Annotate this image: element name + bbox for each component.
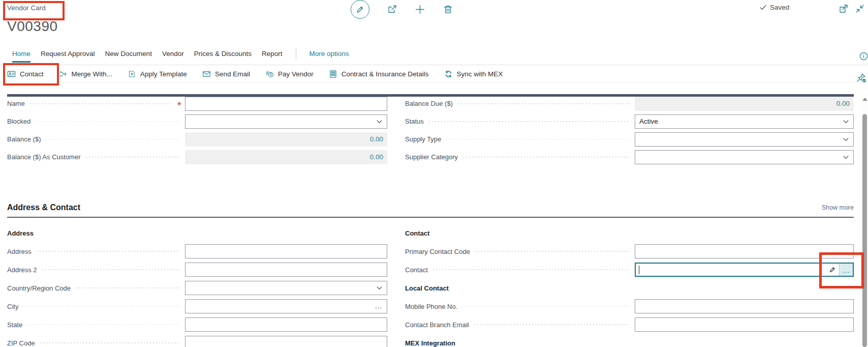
dotted-leader xyxy=(475,251,630,252)
field-label: Address xyxy=(7,248,36,255)
contact-branch-email-field[interactable] xyxy=(635,317,854,332)
toolbar-button-label: Sync with MEX xyxy=(457,70,503,78)
tab-prices-discounts[interactable]: Prices & Discounts xyxy=(194,49,252,59)
field-label: Contact Branch Email xyxy=(405,321,473,329)
toolbar-button-label: Merge With... xyxy=(72,70,112,78)
pay-vendor-icon: $ xyxy=(265,70,274,78)
supplier-category-field[interactable] xyxy=(635,150,854,164)
edit-pencil-icon[interactable] xyxy=(351,0,369,19)
field-row-blocked: Blocked xyxy=(7,112,387,130)
top-action-bar xyxy=(351,0,453,18)
toolbar-button-apply-template[interactable]: Apply Template xyxy=(128,70,187,78)
toolbar-button-label: Send Email xyxy=(215,70,250,78)
tab-report[interactable]: Report xyxy=(262,49,283,59)
blocked-field[interactable] xyxy=(185,114,387,129)
primary-contact-code-field[interactable]: … xyxy=(635,244,854,258)
dotted-leader xyxy=(429,121,630,122)
text-cursor xyxy=(639,266,639,274)
tab-request-approval[interactable]: Request Approval xyxy=(41,49,95,59)
toolbar-button-contact[interactable]: Contact xyxy=(7,70,44,78)
address-2-field[interactable] xyxy=(185,263,387,277)
balance-value[interactable]: 0.00 xyxy=(370,135,383,143)
pin-off-icon[interactable] xyxy=(856,72,866,83)
dotted-leader xyxy=(76,287,180,288)
show-more-link[interactable]: Show more xyxy=(822,204,854,211)
country-region-code-field[interactable] xyxy=(185,281,387,295)
scrollbar-up-arrow[interactable] xyxy=(862,98,867,101)
balance-due-value[interactable]: 0.00 xyxy=(836,100,850,107)
toolbar-button-sync-with-mex[interactable]: Sync with MEX xyxy=(444,70,503,78)
section-title: Address & Contact xyxy=(7,203,80,212)
svg-text:$: $ xyxy=(270,73,272,76)
toolbar-button-pay-vendor[interactable]: $Pay Vendor xyxy=(265,70,314,78)
field-label: ZIP Code xyxy=(7,339,39,347)
address-field[interactable] xyxy=(185,244,387,258)
tab-new-document[interactable]: New Document xyxy=(105,49,152,59)
field-row-name: Name* xyxy=(7,95,387,112)
assist-edit-pencil-icon[interactable] xyxy=(829,266,836,273)
field-row-state: State xyxy=(7,315,387,334)
dotted-leader xyxy=(46,139,180,140)
dotted-leader xyxy=(458,103,630,104)
chevron-down-icon xyxy=(376,284,383,292)
field-row-status: StatusActive xyxy=(405,112,854,130)
vendor-card-page: { "chrome": { "page_caption": "Vendor Ca… xyxy=(0,0,868,347)
toolbar-button-merge-with[interactable]: Merge With... xyxy=(59,70,112,78)
group-header-local-contact: Local Contact xyxy=(405,279,854,297)
toolbar-button-label: Contact xyxy=(20,70,44,78)
apply-template-icon xyxy=(128,70,136,78)
delete-icon[interactable] xyxy=(443,4,453,15)
name-field[interactable] xyxy=(185,97,387,111)
share-icon[interactable] xyxy=(387,4,397,15)
balance-as-customer-field[interactable]: 0.00 xyxy=(185,150,387,164)
toolbar-divider xyxy=(0,82,868,83)
dotted-leader xyxy=(474,324,630,325)
state-field[interactable] xyxy=(185,317,387,332)
menu-separator xyxy=(296,48,296,59)
contact-field[interactable]: … xyxy=(635,263,854,277)
field-label: Name xyxy=(7,100,29,107)
tab-vendor[interactable]: Vendor xyxy=(162,49,184,59)
general-fields-left: Name*BlockedBalance ($)0.00Balance ($) A… xyxy=(7,95,387,166)
balance-as-customer-value[interactable]: 0.00 xyxy=(370,153,383,161)
field-row-mobile-phone-no: Mobile Phone No. xyxy=(405,297,854,315)
toolbar-button-send-email[interactable]: Send Email xyxy=(202,70,250,78)
scrollbar-thumb[interactable] xyxy=(862,114,867,347)
dotted-leader xyxy=(36,121,180,122)
dotted-leader xyxy=(433,269,630,270)
collapse-icon[interactable] xyxy=(855,4,865,14)
send-email-icon xyxy=(202,70,211,78)
field-label: Blocked xyxy=(7,118,35,125)
balance-due-field[interactable]: 0.00 xyxy=(635,97,854,111)
field-row-supplier-category: Supplier Category xyxy=(405,148,854,166)
field-label: Balance ($) xyxy=(7,135,45,143)
supply-type-field[interactable] xyxy=(635,132,854,147)
more-options-menu[interactable]: More options xyxy=(309,49,349,59)
field-label: Status xyxy=(405,118,428,125)
contact-ellipsis-button[interactable]: … xyxy=(839,264,853,276)
city-field[interactable]: … xyxy=(185,299,387,313)
field-row-zip-code: ZIP Code xyxy=(7,334,387,347)
info-icon[interactable] xyxy=(859,51,868,61)
add-icon[interactable] xyxy=(415,4,425,15)
popout-icon[interactable] xyxy=(839,4,849,14)
balance-field[interactable]: 0.00 xyxy=(185,132,387,147)
address-contact-section-header: Address & Contact Show more xyxy=(7,200,854,215)
field-row-balance-due: Balance Due ($)0.00 xyxy=(405,95,854,112)
merge-icon xyxy=(59,70,68,78)
dotted-leader xyxy=(446,139,630,140)
ribbon-menu: HomeRequest ApprovalNew DocumentVendorPr… xyxy=(12,47,349,60)
action-toolbar: ContactMerge With...Apply TemplateSend E… xyxy=(7,66,503,81)
field-row-primary-contact-code: Primary Contact Code… xyxy=(405,242,854,261)
field-label: Mobile Phone No. xyxy=(405,303,461,310)
status-field[interactable]: Active xyxy=(635,114,854,129)
field-row-supply-type: Supply Type xyxy=(405,130,854,148)
mobile-phone-no-field[interactable] xyxy=(635,299,854,313)
dotted-leader xyxy=(27,324,180,325)
zip-code-field[interactable] xyxy=(185,336,387,347)
field-row-balance: Balance ($)0.00 xyxy=(7,130,387,148)
group-header-contact: Contact xyxy=(405,224,854,242)
toolbar-button-contract-insurance-details[interactable]: Contract & Insurance Details xyxy=(329,70,429,78)
tab-home[interactable]: Home xyxy=(12,49,30,59)
dotted-leader xyxy=(463,157,630,158)
